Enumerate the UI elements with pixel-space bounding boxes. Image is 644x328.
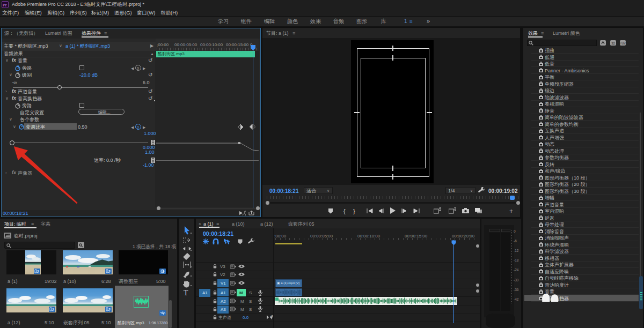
svg-text:32: 32: [611, 42, 615, 45]
svg-text:YUV: YUV: [620, 42, 626, 45]
